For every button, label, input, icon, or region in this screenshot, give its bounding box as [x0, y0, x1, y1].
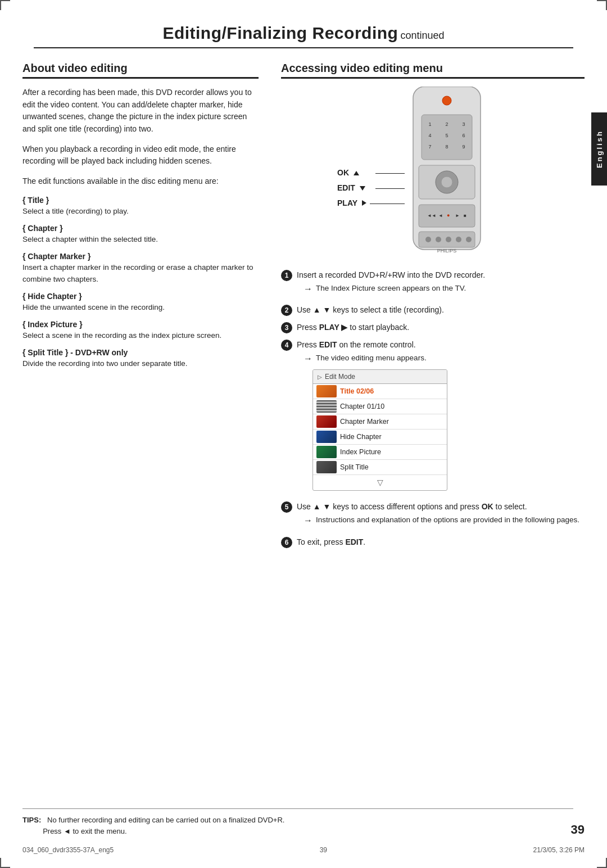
left-para2: When you playback a recording in video e… — [22, 143, 259, 168]
edit-mode-label-chapter: Chapter 01/10 — [340, 401, 384, 412]
step-3-num: 3 — [281, 322, 292, 333]
svg-text:●: ● — [447, 213, 450, 218]
ok-label: OK — [337, 168, 359, 177]
corner-mark-bl — [0, 858, 10, 868]
page-title-continued: continued — [401, 30, 445, 41]
play-line — [370, 204, 405, 204]
step-4-sub: → The video editing menu appears. — [304, 352, 585, 365]
step-5-sub: → Instructions and explanation of the op… — [304, 514, 585, 527]
step-5: 5 Use ▲ ▼ keys to access different optio… — [281, 501, 585, 530]
step-2: 2 Use ▲ ▼ keys to select a title (record… — [281, 304, 585, 316]
svg-text:8: 8 — [445, 144, 448, 150]
step-4: 4 Press EDIT on the remote control. → Th… — [281, 339, 585, 495]
edit-mode-thumb-index-picture — [316, 446, 337, 458]
item-chapter-desc: Select a chapter within the selected tit… — [22, 234, 259, 245]
step-6: 6 To exit, press EDIT. — [281, 536, 585, 548]
edit-line — [375, 188, 405, 189]
item-index-picture-label: { Index Picture } — [22, 320, 259, 329]
remote-image-area: OK EDIT PLAY — [281, 87, 585, 264]
right-column: Accessing video editing menu OK EDIT PLA… — [281, 62, 585, 801]
edit-mode-thumb-split-title — [316, 461, 337, 473]
svg-point-26 — [466, 237, 472, 242]
edit-mode-row-index-picture: Index Picture — [313, 445, 447, 460]
edit-mode-row-title: Title 02/06 — [313, 384, 447, 399]
step-3: 3 Press PLAY ▶ to start playback. — [281, 322, 585, 333]
item-chapter-marker-label: { Chapter Marker } — [22, 252, 259, 261]
svg-point-22 — [425, 237, 431, 242]
item-index-picture-desc: Select a scene in the recording as the i… — [22, 330, 259, 341]
edit-mode-thumb-hide-chapter — [316, 431, 337, 443]
edit-mode-row-chapter-marker: Chapter Marker — [313, 414, 447, 430]
svg-text:■: ■ — [464, 213, 466, 218]
svg-text:9: 9 — [462, 144, 465, 150]
item-chapter-label: { Chapter } — [22, 224, 259, 233]
edit-mode-thumb-chapter-marker — [316, 415, 337, 428]
corner-mark-tl — [0, 0, 10, 10]
item-split-title-label: { Split Title } - DVD+RW only — [22, 348, 259, 357]
page-title-area: Editing/Finalizing Recording continued — [34, 24, 573, 48]
svg-text:2: 2 — [445, 121, 448, 127]
edit-mode-header: ▷ Edit Mode — [313, 370, 447, 384]
tips-text2: Press ◄ to exit the menu. — [43, 827, 126, 835]
footer: 034_060_dvdr3355-37A_eng5 39 21/3/05, 3:… — [22, 846, 585, 854]
left-section-header: About video editing — [22, 62, 259, 79]
edit-mode-label-hide-chapter: Hide Chapter — [340, 432, 382, 442]
edit-label: EDIT — [337, 183, 365, 192]
edit-mode-row-split-title: Split Title — [313, 460, 447, 475]
edit-mode-thumb-chapter — [316, 400, 337, 413]
step-5-content: Use ▲ ▼ keys to access different options… — [297, 501, 585, 530]
corner-mark-tr — [597, 0, 607, 10]
step-2-content: Use ▲ ▼ keys to select a title (recordin… — [297, 304, 585, 316]
svg-text:PHILIPS: PHILIPS — [437, 248, 457, 254]
remote-control: 1 2 3 4 5 6 7 8 9 — [402, 87, 492, 261]
step-2-num: 2 — [281, 305, 292, 316]
ok-line — [375, 173, 405, 174]
edit-mode-box: ▷ Edit Mode Title 02/06 Chapter 01/10 — [312, 369, 447, 491]
svg-text:4: 4 — [428, 133, 431, 138]
tips-area: TIPS: No further recording and editing c… — [22, 808, 573, 837]
step-3-content: Press PLAY ▶ to start playback. — [297, 322, 585, 333]
page-number: 39 — [571, 822, 585, 837]
edit-mode-row-chapter: Chapter 01/10 — [313, 399, 447, 414]
item-chapter-marker-desc: Insert a chapter marker in the recording… — [22, 262, 259, 285]
language-tab: English — [591, 112, 607, 186]
svg-text:◄: ◄ — [438, 213, 443, 218]
edit-mode-label-split-title: Split Title — [340, 462, 369, 473]
step-1-sub: → The Index Picture screen appears on th… — [304, 283, 585, 295]
svg-point-24 — [446, 237, 451, 242]
svg-point-14 — [441, 177, 452, 188]
svg-point-1 — [442, 96, 451, 105]
tips-label: TIPS: — [22, 816, 41, 824]
step-4-content: Press EDIT on the remote control. → The … — [297, 339, 585, 495]
menu-items-list: { Title } Select a title (recording) to … — [22, 196, 259, 370]
svg-text:►: ► — [455, 213, 460, 218]
footer-left: 034_060_dvdr3355-37A_eng5 — [22, 846, 114, 854]
svg-text:◄◄: ◄◄ — [427, 213, 436, 218]
left-para1: After a recording has been made, this DV… — [22, 87, 259, 135]
step-1: 1 Insert a recorded DVD+R/+RW into the D… — [281, 269, 585, 299]
svg-point-25 — [456, 237, 461, 242]
edit-mode-label-title: Title 02/06 — [340, 386, 374, 397]
edit-mode-label-index-picture: Index Picture — [340, 447, 381, 458]
step-6-num: 6 — [281, 537, 292, 548]
main-content: About video editing After a recording ha… — [22, 62, 585, 801]
svg-text:1: 1 — [428, 121, 431, 127]
edit-mode-row-hide-chapter: Hide Chapter — [313, 430, 447, 445]
step-6-content: To exit, press EDIT. — [297, 536, 585, 548]
svg-text:6: 6 — [462, 133, 465, 138]
corner-mark-br — [597, 858, 607, 868]
step-1-num: 1 — [281, 270, 292, 281]
step-5-num: 5 — [281, 501, 292, 513]
svg-text:7: 7 — [428, 144, 431, 150]
step-1-content: Insert a recorded DVD+R/+RW into the DVD… — [297, 269, 585, 299]
item-split-title-desc: Divide the recording into two under sepa… — [22, 358, 259, 369]
play-label: PLAY — [337, 198, 366, 207]
tips-text: No further recording and editing can be … — [47, 816, 284, 824]
edit-mode-scroll-down: ▽ — [313, 475, 447, 490]
left-para3: The edit functions available in the disc… — [22, 175, 259, 188]
footer-center: 39 — [320, 846, 327, 854]
svg-point-23 — [436, 237, 441, 242]
right-section-header: Accessing video editing menu — [281, 62, 585, 79]
item-title-desc: Select a title (recording) to play. — [22, 206, 259, 217]
edit-mode-label-chapter-marker: Chapter Marker — [340, 417, 389, 427]
